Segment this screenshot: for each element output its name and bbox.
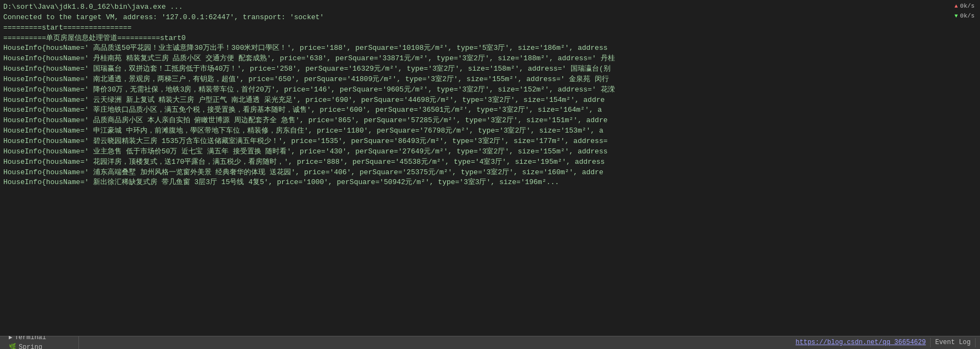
console-line-data8: HouseInfo{housName=' 品质商品房小区 本人亲自实拍 俯瞰世博…: [3, 116, 977, 126]
status-right: https://blog.csdn.net/qq_36654629 Event …: [791, 338, 976, 347]
down-arrow-icon: ▼: [955, 13, 958, 21]
console-line-data2: HouseInfo{housName=' 丹桂南苑 精装复式三房 品质小区 交通…: [3, 54, 977, 64]
status-event-log[interactable]: Event Log: [931, 338, 976, 347]
console-line-data7: HouseInfo{housName=' 莘庄地铁口品质小区，满五免个税，接受置…: [3, 105, 977, 116]
status-label-item-spring: Spring: [19, 343, 42, 350]
console-line-data6: HouseInfo{housName=' 云天绿洲 新上复试 精装大三房 户型正…: [3, 95, 977, 106]
status-link[interactable]: https://blog.csdn.net/qq_36654629: [791, 338, 931, 347]
status-bar: ⚡9✔6: TODO▶Terminal🌿Spring☕Java Enterpri…: [0, 336, 980, 349]
event-log-label: Event Log: [935, 338, 971, 347]
console-line-data14: HouseInfo{housName=' 新出徐汇稀缺复式房 带几鱼窗 3层3厅…: [3, 178, 977, 188]
console-line-sep1: =========start================: [3, 23, 977, 33]
ok-up-line: ▲ 0k/s: [955, 2, 975, 11]
console-line-data9: HouseInfo{housName=' 申江豪城 中环内，前滩腹地，學区带地下…: [3, 126, 977, 136]
console-line-data3: HouseInfo{housName=' 国瑞赢台，双拼边套！工抵房低于市场40…: [3, 64, 977, 75]
console-area: D:\sort\Java\jdk1.8.0_162\bin\java.exe .…: [0, 0, 980, 336]
blog-link[interactable]: https://blog.csdn.net/qq_36654629: [796, 338, 926, 347]
console-lines: D:\sort\Java\jdk1.8.0_162\bin\java.exe .…: [3, 2, 977, 188]
console-line-data5: HouseInfo{housName=' 降价30万，无需社保，地铁3房，精装带…: [3, 85, 977, 95]
ok-down-line: ▼ 0k/s: [955, 12, 975, 21]
console-line-connected: Connected to the target VM, address: '12…: [3, 13, 977, 23]
console-line-data11: HouseInfo{housName=' 业主急售 低于市场价50万 近七宝 满…: [3, 147, 977, 157]
up-arrow-icon: ▲: [955, 3, 958, 11]
console-line-data12: HouseInfo{housName=' 花园洋房，顶楼复式，送170平露台，满…: [3, 157, 977, 168]
console-line-sep2: ==========单页房屋信息处理管道==========start0: [3, 33, 977, 44]
console-line-path: D:\sort\Java\jdk1.8.0_162\bin\java.exe .…: [3, 2, 977, 13]
status-item-item-spring[interactable]: 🌿Spring: [4, 343, 79, 350]
console-line-data13: HouseInfo{housName=' 浦东高端叠墅 加州风格一览窗外美景 经…: [3, 168, 977, 178]
status-icon-item-spring: 🌿: [9, 343, 16, 349]
console-line-data10: HouseInfo{housName=' 碧云晓园精装大三房 1535万含车位送…: [3, 136, 977, 147]
ok-indicators: ▲ 0k/s ▼ 0k/s: [955, 2, 975, 21]
ok-down-value: 0k/s: [960, 12, 975, 21]
console-line-data1: HouseInfo{housName=' 高品质送50平花园！业主诚意降30万出…: [3, 43, 977, 54]
console-line-data4: HouseInfo{housName=' 南北通透，景观房，两梯三户，有钥匙，超…: [3, 75, 977, 85]
ok-up-value: 0k/s: [960, 2, 975, 11]
